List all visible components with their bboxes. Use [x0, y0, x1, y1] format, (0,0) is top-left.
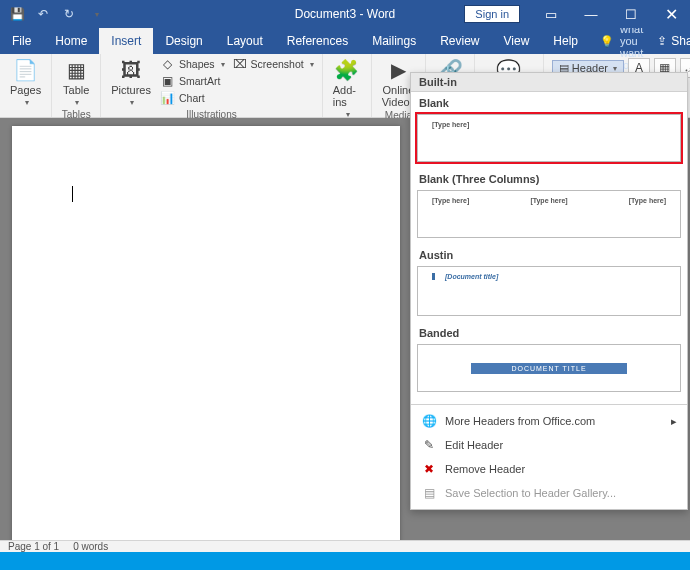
- gallery-builtin-header: Built-in: [411, 73, 687, 92]
- gallery-footer: 🌐 More Headers from Office.com ▸ ✎ Edit …: [411, 404, 687, 509]
- edit-icon: ✎: [421, 437, 437, 453]
- shapes-button[interactable]: ◇Shapes▾: [159, 56, 227, 72]
- status-page[interactable]: Page 1 of 1: [8, 541, 59, 552]
- maximize-icon[interactable]: ☐: [612, 0, 650, 28]
- text-cursor: [72, 186, 340, 202]
- pictures-icon: 🖼: [117, 58, 145, 82]
- minimize-icon[interactable]: —: [572, 0, 610, 28]
- table-label: Table: [63, 84, 89, 96]
- chart-button[interactable]: 📊Chart: [159, 90, 227, 106]
- screenshot-button[interactable]: ⌧Screenshot▾: [231, 56, 316, 72]
- signin-button[interactable]: Sign in: [464, 5, 520, 23]
- table-button[interactable]: ▦ Table ▾: [58, 56, 94, 109]
- taskbar: [0, 552, 690, 570]
- share-label: Share: [671, 34, 690, 48]
- tab-layout[interactable]: Layout: [215, 28, 275, 54]
- remove-header-button[interactable]: ✖ Remove Header: [411, 457, 687, 481]
- gallery-item-austin[interactable]: [Document title]: [417, 266, 681, 316]
- smartart-icon: ▣: [161, 74, 175, 88]
- tab-design[interactable]: Design: [153, 28, 214, 54]
- tab-view[interactable]: View: [492, 28, 542, 54]
- gallery-item-blank-label: Blank: [411, 92, 687, 112]
- share-button[interactable]: ⇪ Share: [643, 28, 690, 54]
- addins-label: Add-ins: [333, 84, 361, 108]
- pictures-label: Pictures: [111, 84, 151, 96]
- pictures-button[interactable]: 🖼 Pictures ▾: [107, 56, 155, 109]
- lightbulb-icon: 💡: [600, 35, 614, 48]
- tab-insert[interactable]: Insert: [99, 28, 153, 54]
- gallery-item-blank3col[interactable]: [Type here] [Type here] [Type here]: [417, 190, 681, 238]
- tellme-field[interactable]: 💡 Tell me what you want to do: [590, 28, 643, 54]
- titlebar: 💾 ↶ ↻ ▾ Document3 - Word Sign in ▭ — ☐ ✕: [0, 0, 690, 28]
- table-icon: ▦: [62, 58, 90, 82]
- more-headers-button[interactable]: 🌐 More Headers from Office.com ▸: [411, 409, 687, 433]
- tab-review[interactable]: Review: [428, 28, 491, 54]
- qat-customize-icon[interactable]: ▾: [86, 3, 108, 25]
- ribbon-options-icon[interactable]: ▭: [532, 0, 570, 28]
- tab-file[interactable]: File: [0, 28, 43, 54]
- gallery-item-blank[interactable]: [Type here]: [417, 114, 681, 162]
- share-icon: ⇪: [657, 34, 667, 48]
- edit-header-button[interactable]: ✎ Edit Header: [411, 433, 687, 457]
- tab-home[interactable]: Home: [43, 28, 99, 54]
- status-words[interactable]: 0 words: [73, 541, 108, 552]
- gallery-item-banded[interactable]: DOCUMENT TITLE: [417, 344, 681, 392]
- remove-icon: ✖: [421, 461, 437, 477]
- save-gallery-icon: ▤: [421, 485, 437, 501]
- undo-icon[interactable]: ↶: [32, 3, 54, 25]
- document-page[interactable]: [12, 126, 400, 540]
- menubar: File Home Insert Design Layout Reference…: [0, 28, 690, 54]
- save-icon[interactable]: 💾: [6, 3, 28, 25]
- gallery-item-blank3col-label: Blank (Three Columns): [411, 168, 687, 188]
- office-icon: 🌐: [421, 413, 437, 429]
- chevron-right-icon: ▸: [671, 415, 677, 428]
- tab-mailings[interactable]: Mailings: [360, 28, 428, 54]
- save-selection-button: ▤ Save Selection to Header Gallery...: [411, 481, 687, 505]
- redo-icon[interactable]: ↻: [58, 3, 80, 25]
- tab-references[interactable]: References: [275, 28, 360, 54]
- close-icon[interactable]: ✕: [652, 0, 690, 28]
- addins-button[interactable]: 🧩 Add-ins ▾: [329, 56, 365, 121]
- addins-icon: 🧩: [333, 58, 361, 82]
- window-title: Document3 - Word: [295, 7, 395, 21]
- status-bar: Page 1 of 1 0 words: [0, 540, 690, 552]
- gallery-item-banded-label: Banded: [411, 322, 687, 342]
- smartart-button[interactable]: ▣SmartArt: [159, 73, 227, 89]
- video-icon: ▶: [384, 58, 412, 82]
- header-gallery: Built-in Blank [Type here] Blank (Three …: [410, 72, 688, 510]
- chart-icon: 📊: [161, 91, 175, 105]
- pages-button[interactable]: 📄 Pages ▾: [6, 56, 45, 109]
- shapes-icon: ◇: [161, 57, 175, 71]
- tab-help[interactable]: Help: [541, 28, 590, 54]
- gallery-item-austin-label: Austin: [411, 244, 687, 264]
- screenshot-icon: ⌧: [233, 57, 247, 71]
- quick-access-toolbar: 💾 ↶ ↻ ▾: [0, 3, 114, 25]
- pages-label: Pages: [10, 84, 41, 96]
- pages-icon: 📄: [12, 58, 40, 82]
